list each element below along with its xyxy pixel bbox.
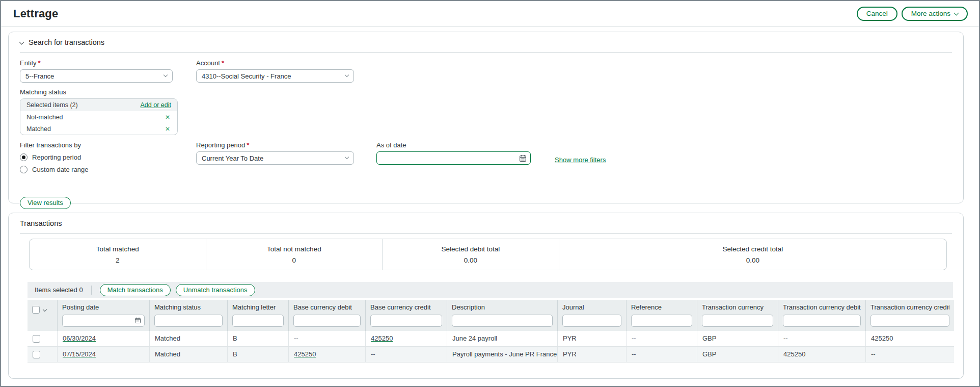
more-actions-button[interactable]: More actions <box>902 7 968 21</box>
matching-status-item-label: Matched <box>26 125 51 133</box>
toolbar-divider <box>91 286 92 295</box>
reference-header: Reference <box>626 300 697 331</box>
txn-credit-filter-input[interactable] <box>870 315 949 327</box>
as-of-date-label: As of date <box>376 141 531 149</box>
base-credit-header-label: Base currency credit <box>370 303 442 311</box>
txn-debit-cell: -- <box>778 331 865 346</box>
search-section: Search for transactions Entity* 5--Franc… <box>8 32 964 203</box>
selected-debit-total-label: Selected debit total <box>442 245 500 253</box>
base-debit-link[interactable]: 425250 <box>294 350 316 358</box>
entity-field-group: Entity* 5--France <box>20 59 173 83</box>
matching-letter-filter-input[interactable] <box>232 315 284 327</box>
calendar-icon[interactable] <box>134 317 141 325</box>
description-filter-input[interactable] <box>452 315 553 327</box>
journal-cell: PYR <box>557 331 626 346</box>
selected-credit-total-value: 0.00 <box>746 256 759 264</box>
matching-status-header: Matching status <box>149 300 227 331</box>
base-debit-cell: 425250 <box>288 347 365 362</box>
total-matched-value: 2 <box>116 256 120 264</box>
posting-date-filter-input[interactable] <box>62 315 145 327</box>
base-debit-header-label: Base currency debit <box>293 303 361 311</box>
selected-items-label: Selected items (2) <box>26 101 78 109</box>
header-actions: Cancel More actions <box>857 7 968 21</box>
table-header-row: Posting date <box>28 300 954 331</box>
entity-account-row: Entity* 5--France Account* 4310--Social … <box>20 59 952 83</box>
base-debit-cell: -- <box>288 331 365 346</box>
posting-date-link[interactable]: 06/30/2024 <box>63 334 96 342</box>
close-icon[interactable]: ✕ <box>165 126 170 132</box>
matching-status-item: Not-matched ✕ <box>20 111 177 123</box>
matching-status-box: Selected items (2) Add or edit Not-match… <box>20 98 178 135</box>
txn-currency-header: Transaction currency <box>697 300 778 331</box>
unmatch-transactions-label: Unmatch transactions <box>183 286 248 294</box>
description-cell: Payroll payments - June PR France <box>447 347 557 362</box>
reference-filter-input[interactable] <box>631 315 692 327</box>
custom-date-range-radio-label: Custom date range <box>32 166 89 173</box>
custom-date-range-radio[interactable] <box>20 166 28 173</box>
reporting-period-radio[interactable] <box>20 153 28 161</box>
select-all-checkbox[interactable] <box>32 306 40 314</box>
base-credit-cell: -- <box>365 347 447 362</box>
posting-date-link[interactable]: 07/15/2024 <box>63 350 96 358</box>
base-credit-filter-input[interactable] <box>370 315 442 327</box>
add-or-edit-link[interactable]: Add or edit <box>141 101 171 109</box>
as-of-date-group: As of date <box>376 141 531 165</box>
cancel-button-label: Cancel <box>866 10 888 18</box>
search-section-header[interactable]: Search for transactions <box>20 38 952 53</box>
txn-debit-filter-input[interactable] <box>783 315 861 327</box>
txn-debit-header: Transaction currency debit <box>778 300 865 331</box>
description-cell: June 24 payroll <box>447 331 557 346</box>
row-select-cell <box>28 331 57 346</box>
grid-toolbar: Items selected 0 Match transactions Unma… <box>28 282 953 298</box>
row-select-cell <box>28 347 57 362</box>
base-credit-cell: 425250 <box>365 331 447 346</box>
chevron-down-icon <box>164 73 168 77</box>
row-checkbox[interactable] <box>33 351 40 358</box>
reporting-period-label: Reporting period* <box>196 141 354 149</box>
select-all-header-cell <box>28 300 57 331</box>
transactions-grid: Items selected 0 Match transactions Unma… <box>28 282 953 363</box>
cancel-button[interactable]: Cancel <box>857 7 897 21</box>
base-credit-link[interactable]: 425250 <box>371 334 393 342</box>
page-title: Lettrage <box>13 7 58 20</box>
filter-row: Filter transactions by Reporting period … <box>20 141 952 173</box>
radio-custom-range-row: Custom date range <box>20 166 196 173</box>
matching-status-header-label: Matching status <box>154 303 223 311</box>
totals-summary: Total matched 2 Total not matched 0 Sele… <box>29 239 947 270</box>
base-debit-filter-input[interactable] <box>293 315 361 327</box>
show-more-filters-link[interactable]: Show more filters <box>555 156 606 164</box>
txn-credit-cell: 425250 <box>865 331 954 346</box>
txn-currency-cell: GBP <box>697 347 778 362</box>
chevron-down-icon <box>954 10 959 15</box>
filter-by-group: Filter transactions by Reporting period … <box>20 141 196 173</box>
view-results-button[interactable]: View results <box>20 197 71 209</box>
close-icon[interactable]: ✕ <box>165 114 170 120</box>
matching-status-label: Matching status <box>20 88 952 96</box>
reporting-period-select[interactable]: Current Year To Date <box>196 151 354 165</box>
txn-credit-cell: -- <box>865 347 954 362</box>
entity-label-text: Entity <box>20 59 37 67</box>
journal-filter-input[interactable] <box>562 315 621 327</box>
unmatch-transactions-button[interactable]: Unmatch transactions <box>176 284 255 296</box>
txn-currency-cell: GBP <box>697 331 778 346</box>
match-transactions-button[interactable]: Match transactions <box>100 284 171 296</box>
entity-select[interactable]: 5--France <box>20 69 173 83</box>
as-of-date-input[interactable] <box>376 151 531 165</box>
chevron-down-icon <box>345 155 349 159</box>
reference-cell: -- <box>626 331 697 346</box>
account-select[interactable]: 4310--Social Security - France <box>196 69 354 83</box>
total-matched-label: Total matched <box>96 245 139 253</box>
total-not-matched-value: 0 <box>292 256 296 264</box>
base-debit-header: Base currency debit <box>288 300 365 331</box>
row-checkbox[interactable] <box>33 335 40 343</box>
matching-status-filter-input[interactable] <box>154 315 223 327</box>
journal-cell: PYR <box>557 347 626 362</box>
transactions-section-header: Transactions <box>20 219 952 234</box>
calendar-icon[interactable] <box>519 154 527 162</box>
transactions-table: Posting date <box>28 300 954 363</box>
matching-letter-cell: B <box>227 331 288 346</box>
selected-credit-total-label: Selected credit total <box>723 245 783 253</box>
txn-currency-filter-input[interactable] <box>702 315 773 327</box>
required-marker: * <box>222 59 224 67</box>
chevron-down-icon[interactable] <box>43 307 47 312</box>
